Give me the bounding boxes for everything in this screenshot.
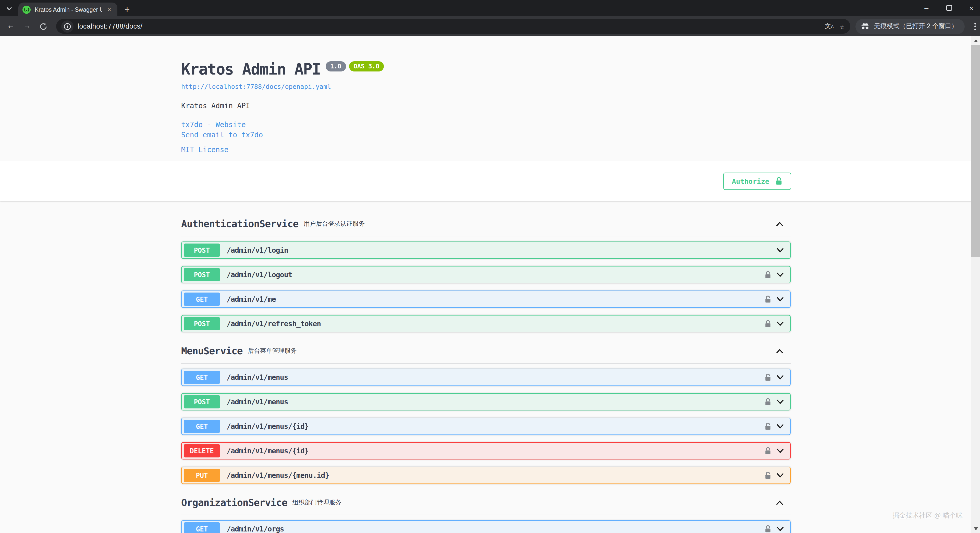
address-bar[interactable]: localhost:7788/docs/ 文A ☆	[56, 19, 851, 34]
new-tab-button[interactable]: +	[121, 3, 133, 15]
site-info-icon[interactable]	[61, 20, 73, 32]
operation-row[interactable]: GET /admin/v1/me	[181, 291, 791, 308]
tab-close-icon[interactable]: ✕	[105, 5, 113, 14]
method-badge: GET	[184, 371, 220, 384]
lock-icon[interactable]	[765, 447, 771, 455]
operation-row[interactable]: POST /admin/v1/menus	[181, 393, 791, 410]
lock-icon[interactable]	[765, 422, 771, 431]
tag-name: MenuService	[181, 345, 243, 356]
tag-header[interactable]: MenuService 后台菜单管理服务	[181, 342, 791, 363]
tag-subtitle: 用户后台登录认证服务	[304, 219, 365, 228]
chevron-down-icon[interactable]	[776, 248, 784, 253]
oas-badge: OAS 3.0	[349, 61, 384, 72]
operation-row[interactable]: POST /admin/v1/logout	[181, 266, 791, 283]
tab-search-chevron-icon[interactable]	[4, 3, 14, 14]
method-badge: POST	[184, 395, 220, 409]
reload-button[interactable]	[37, 20, 50, 33]
watermark: 掘金技术社区 @ 喵个咪	[892, 511, 963, 520]
scrollbar-down-icon[interactable]	[971, 524, 980, 533]
chevron-down-icon[interactable]	[776, 375, 784, 380]
tab-strip: {․} Kratos Admin - Swagger UI ✕ + — ✕	[0, 0, 980, 16]
browser-toolbar: ← → localhost:7788/docs/ 文A ☆ 无痕模式（已打开 2…	[0, 16, 980, 36]
lock-icon[interactable]	[765, 373, 771, 382]
scrollbar[interactable]	[971, 36, 980, 533]
operations-list: POST /admin/v1/login POST /admin/v1/logo…	[181, 242, 791, 333]
operation-row[interactable]: GET /admin/v1/menus	[181, 369, 791, 386]
url-text[interactable]: localhost:7788/docs/	[78, 22, 825, 30]
tag-header[interactable]: AuthenticationService 用户后台登录认证服务	[181, 215, 791, 236]
operation-path: /admin/v1/menus	[227, 373, 288, 381]
tag-subtitle: 组织部门管理服务	[293, 498, 342, 507]
method-badge: DELETE	[184, 444, 220, 457]
chevron-up-icon[interactable]	[776, 498, 783, 507]
openapi-spec-link[interactable]: http://localhost:7788/docs/openapi.yaml	[181, 83, 791, 91]
lock-icon[interactable]	[765, 398, 771, 406]
operations-list: GET /admin/v1/menus POST /admin/v1/menus…	[181, 369, 791, 484]
operation-row[interactable]: POST /admin/v1/refresh_token	[181, 315, 791, 333]
email-link[interactable]: Send email to tx7do	[181, 131, 791, 139]
tag-subtitle: 后台菜单管理服务	[248, 347, 297, 355]
website-link[interactable]: tx7do - Website	[181, 121, 791, 129]
version-badge: 1.0	[326, 61, 346, 72]
close-button[interactable]: ✕	[966, 2, 977, 13]
incognito-badge[interactable]: 无痕模式（已打开 2 个窗口）	[856, 19, 965, 34]
lock-icon[interactable]	[765, 270, 771, 279]
method-badge: POST	[184, 268, 220, 281]
browser-window: {․} Kratos Admin - Swagger UI ✕ + — ✕ ← …	[0, 0, 980, 533]
operation-row[interactable]: POST /admin/v1/login	[181, 242, 791, 259]
chevron-down-icon[interactable]	[776, 424, 784, 429]
method-badge: GET	[184, 522, 220, 533]
chevron-down-icon[interactable]	[776, 473, 784, 478]
chevron-up-icon[interactable]	[776, 346, 783, 356]
operation-path: /admin/v1/login	[227, 246, 288, 254]
chevron-down-icon[interactable]	[776, 321, 784, 326]
translate-icon[interactable]: 文A	[825, 22, 834, 31]
chevron-down-icon[interactable]	[776, 272, 784, 277]
back-button[interactable]: ←	[4, 20, 18, 33]
lock-icon[interactable]	[765, 319, 771, 328]
forward-button[interactable]: →	[21, 20, 34, 33]
menu-kebab-icon[interactable]	[970, 23, 980, 30]
tag-name: OrganizationService	[181, 497, 287, 508]
operation-row[interactable]: PUT /admin/v1/menus/{menu.id}	[181, 467, 791, 484]
lock-icon[interactable]	[765, 471, 771, 480]
authorize-button[interactable]: Authorize	[723, 173, 791, 190]
operation-path: /admin/v1/me	[227, 295, 276, 303]
api-tag-section: OrganizationService 组织部门管理服务 GET /admin/…	[181, 493, 791, 533]
maximize-button[interactable]	[943, 2, 955, 13]
scrollbar-up-icon[interactable]	[971, 36, 980, 45]
operation-path: /admin/v1/menus	[227, 398, 288, 406]
window-controls: — ✕	[921, 0, 977, 15]
authorize-label: Authorize	[732, 177, 769, 185]
license-link[interactable]: MIT License	[181, 145, 791, 154]
chevron-down-icon[interactable]	[776, 527, 784, 531]
method-badge: POST	[184, 243, 220, 257]
api-sections: AuthenticationService 用户后台登录认证服务 POST /a…	[181, 212, 791, 533]
operation-row[interactable]: GET /admin/v1/orgs	[181, 520, 791, 533]
chevron-up-icon[interactable]	[776, 219, 783, 229]
minimize-button[interactable]: —	[921, 2, 932, 13]
operation-path: /admin/v1/refresh_token	[227, 320, 321, 328]
tag-header[interactable]: OrganizationService 组织部门管理服务	[181, 493, 791, 515]
operation-path: /admin/v1/menus/{id}	[227, 422, 309, 430]
lock-icon[interactable]	[765, 295, 771, 304]
chevron-down-icon[interactable]	[776, 399, 784, 404]
bookmark-star-icon[interactable]: ☆	[840, 22, 845, 31]
scheme-container: Authorize	[0, 161, 971, 201]
api-tag-section: MenuService 后台菜单管理服务 GET /admin/v1/menus…	[181, 342, 791, 484]
chevron-down-icon[interactable]	[776, 448, 784, 453]
operation-row[interactable]: GET /admin/v1/menus/{id}	[181, 418, 791, 435]
browser-tab[interactable]: {․} Kratos Admin - Swagger UI ✕	[18, 3, 118, 16]
operation-row[interactable]: DELETE /admin/v1/menus/{id}	[181, 442, 791, 460]
tab-title: Kratos Admin - Swagger UI	[35, 6, 102, 13]
scrollbar-thumb[interactable]	[971, 45, 980, 257]
api-description: Kratos Admin API	[181, 102, 791, 110]
incognito-icon	[861, 23, 870, 30]
tag-name: AuthenticationService	[181, 218, 298, 229]
page-title: Kratos Admin API	[181, 60, 321, 79]
method-badge: GET	[184, 293, 220, 306]
incognito-label: 无痕模式（已打开 2 个窗口）	[874, 22, 958, 31]
operation-path: /admin/v1/logout	[227, 270, 292, 279]
chevron-down-icon[interactable]	[776, 297, 784, 302]
lock-icon[interactable]	[765, 525, 771, 533]
